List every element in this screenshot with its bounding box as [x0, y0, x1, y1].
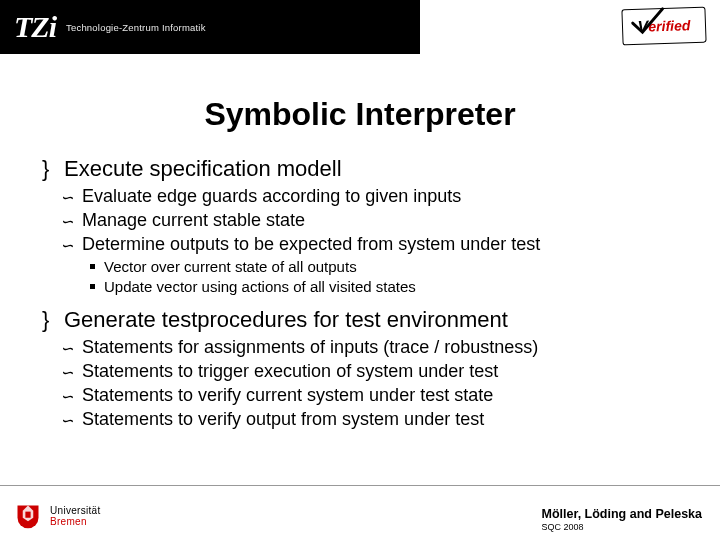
svg-rect-0 [25, 512, 30, 518]
script-bullet-icon: ∽ [60, 363, 73, 382]
footer-right: Möller, Löding and Peleska SQC 2008 [542, 507, 702, 532]
slide-title: Symbolic Interpreter [0, 96, 720, 133]
script-bullet-icon: ∽ [60, 411, 73, 430]
tzi-logo-text: TZi [14, 12, 56, 42]
script-bullet-icon: ∽ [60, 387, 73, 406]
script-bullet-icon: ∽ [60, 236, 73, 255]
tzi-banner: TZi Technologie-Zentrum Informatik [0, 0, 420, 54]
university-name-1: Universität [50, 506, 101, 516]
script-bullet-icon: ∽ [60, 212, 73, 231]
bullet-level2: ∽Statements to verify current system und… [62, 385, 690, 406]
verified-badge: Verified [621, 7, 706, 46]
bullet-level1: Execute specification modell [42, 156, 690, 182]
bullet-level2: ∽Statements for assignments of inputs (t… [62, 337, 690, 358]
slide-body: Execute specification modell ∽Evaluate e… [42, 156, 690, 430]
bullet-level2: ∽Statements to trigger execution of syst… [62, 361, 690, 382]
tzi-logo: TZi [14, 12, 56, 42]
university-name-2: Bremen [50, 517, 101, 527]
conference: SQC 2008 [542, 522, 702, 532]
bullet-level2: ∽Determine outputs to be expected from s… [62, 234, 690, 255]
authors: Möller, Löding and Peleska [542, 507, 702, 521]
verified-label: Verified [637, 17, 690, 35]
shield-icon [14, 502, 42, 530]
tzi-subtitle: Technologie-Zentrum Informatik [66, 22, 206, 33]
footer: Universität Bremen Möller, Löding and Pe… [0, 485, 720, 540]
bullet-level2: ∽Statements to verify output from system… [62, 409, 690, 430]
bullet-level2: ∽Evaluate edge guards according to given… [62, 186, 690, 207]
bullet-level1: Generate testprocedures for test environ… [42, 307, 690, 333]
bullet-level3: Update vector using actions of all visit… [90, 278, 690, 295]
script-bullet-icon: ∽ [60, 339, 73, 358]
slide: TZi Technologie-Zentrum Informatik Verif… [0, 0, 720, 540]
bullet-level2: ∽Manage current stable state [62, 210, 690, 231]
bullet-level3: Vector over current state of all outputs [90, 258, 690, 275]
script-bullet-icon: ∽ [60, 188, 73, 207]
university-logo: Universität Bremen [14, 502, 101, 530]
